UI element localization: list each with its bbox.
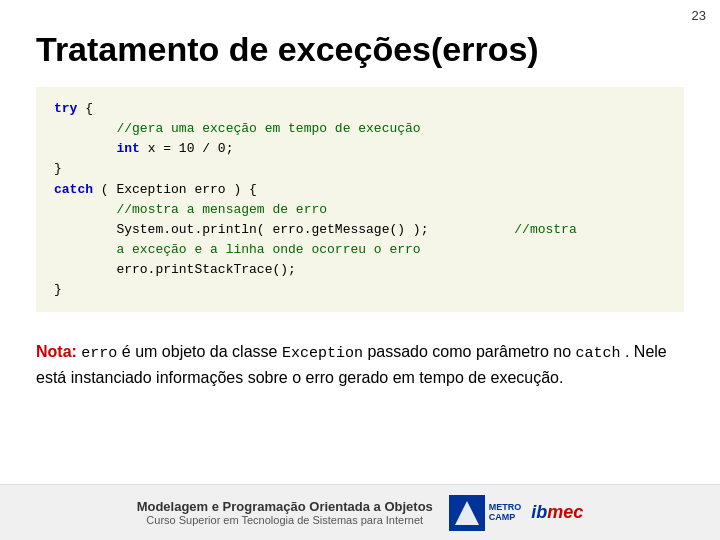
footer-text-block: Modelagem e Programação Orientada a Obje…: [137, 499, 433, 526]
note-section: Nota: erro é um objeto da classe Excepti…: [0, 340, 720, 390]
main-content: Tratamento de exceções(erros) try { //ge…: [0, 0, 720, 340]
ibmec-logo: ibmec: [531, 502, 583, 523]
code-line-catch: catch ( Exception erro ) {: [54, 180, 666, 200]
note-mono-exception: Exception: [282, 345, 363, 362]
footer: Modelagem e Programação Orientada a Obje…: [0, 484, 720, 540]
code-block: try { //gera uma exceção em tempo de exe…: [36, 87, 684, 312]
code-line-println: System.out.println( erro.getMessage() );…: [54, 220, 666, 240]
metrocamp-box: [449, 495, 485, 531]
code-line-close-catch: }: [54, 280, 666, 300]
page-number: 23: [692, 8, 706, 23]
code-line-stacktrace: erro.printStackTrace();: [54, 260, 666, 280]
metrocamp-logo: METROCAMP: [449, 495, 522, 531]
code-line-int: int x = 10 / 0;: [54, 139, 666, 159]
code-line-comment3: a exceção e a linha onde ocorreu o erro: [54, 240, 666, 260]
code-line-comment2: //mostra a mensagem de erro: [54, 200, 666, 220]
metrocamp-icon: [453, 499, 481, 527]
note-text-middle2: passado como parâmetro no: [367, 343, 575, 360]
code-line-try: try {: [54, 99, 666, 119]
note-text-middle1: é um objeto da classe: [122, 343, 282, 360]
svg-marker-0: [455, 501, 479, 525]
note-paragraph: Nota: erro é um objeto da classe Excepti…: [36, 340, 684, 390]
note-label: Nota:: [36, 343, 77, 360]
note-mono-catch: catch: [576, 345, 621, 362]
footer-logos: METROCAMP ibmec: [449, 495, 584, 531]
code-line-close-try: }: [54, 159, 666, 179]
metrocamp-text: METROCAMP: [489, 503, 522, 523]
note-mono-erro: erro: [81, 345, 117, 362]
code-line-comment1: //gera uma exceção em tempo de execução: [54, 119, 666, 139]
footer-course-subtitle: Curso Superior em Tecnologia de Sistemas…: [137, 514, 433, 526]
slide-title: Tratamento de exceções(erros): [36, 30, 684, 69]
footer-course-title: Modelagem e Programação Orientada a Obje…: [137, 499, 433, 514]
